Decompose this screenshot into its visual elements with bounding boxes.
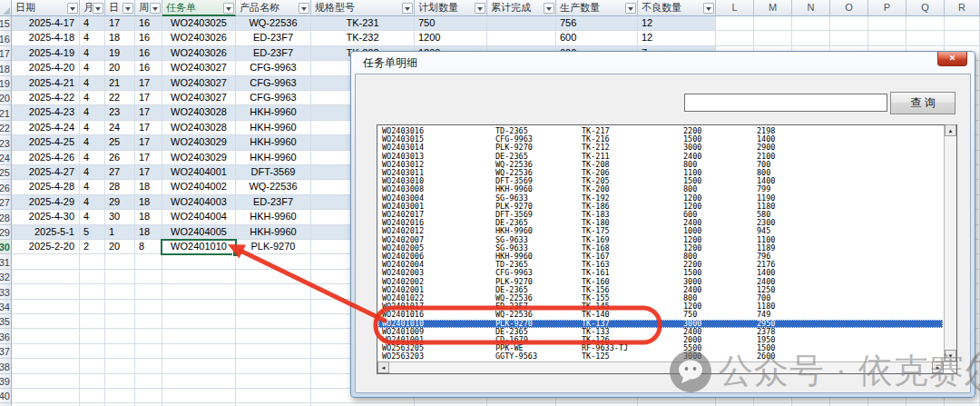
cell-empty-row36[interactable] (105, 329, 135, 343)
cell-date-row24[interactable]: 2025-4-26 (12, 151, 80, 165)
cell-day-row30[interactable]: 20 (105, 240, 135, 254)
cell-product-row28[interactable]: HKH-9960 (236, 210, 311, 224)
filter-button-date[interactable] (67, 3, 78, 14)
cell-wo-row17[interactable]: WO2403026 (162, 46, 236, 61)
cell-day-row20[interactable]: 22 (105, 91, 135, 105)
list-item[interactable]: WO2402017DFT-3569TK-183600580 (378, 211, 943, 219)
list-item[interactable]: WO2403011WQ-22536TK-2061100800 (378, 169, 943, 177)
cell-wo-row27[interactable]: WO2404003 (162, 195, 236, 210)
cell-month-row17[interactable]: 4 (80, 46, 105, 61)
row-header-18[interactable]: 18 (0, 61, 12, 75)
list-item[interactable]: WO2403013DE-2365TK-21124002100 (378, 153, 943, 161)
cell-spec-row16[interactable]: TK-232 (311, 31, 415, 45)
cell-empty-row39[interactable] (162, 374, 236, 389)
list-item[interactable]: WO2402006HKH-9960TK-167800796 (378, 253, 943, 261)
cell-empty-row36[interactable] (80, 329, 105, 343)
row-header-25[interactable]: 25 (0, 165, 12, 180)
cell-empty-row36[interactable] (162, 329, 236, 343)
cell-empty-row38[interactable] (12, 359, 80, 373)
cell-empty-row32[interactable] (135, 270, 162, 284)
column-header-spec[interactable]: 规格型号 (311, 0, 415, 16)
list-item[interactable]: WO2403001PLK-9270TK-18612001180 (378, 203, 943, 211)
cell-product-row16[interactable]: ED-23F7 (236, 31, 311, 45)
cell-product-row17[interactable]: ED-23F7 (236, 46, 311, 61)
cell-day-row23[interactable]: 25 (105, 135, 135, 150)
cell-empty-row35[interactable] (236, 314, 311, 329)
cell-wo-row21[interactable]: WO2403028 (162, 105, 236, 120)
cell-month-row22[interactable]: 4 (80, 121, 105, 135)
cell-O-row16[interactable] (830, 31, 868, 45)
cell-empty-row39[interactable] (135, 374, 162, 389)
cell-empty-row40[interactable] (12, 389, 80, 403)
cell-P-row15[interactable] (868, 16, 906, 31)
cell-date-row28[interactable]: 2025-4-30 (12, 210, 80, 224)
list-item[interactable]: WO2403016TD-2365TK-21722002198 (378, 127, 943, 135)
cell-date-row29[interactable]: 2025-5-1 (12, 225, 80, 240)
cell-empty-row39[interactable] (236, 374, 311, 389)
cell-R-row16[interactable] (945, 31, 980, 45)
filter-button-plan[interactable] (475, 3, 485, 14)
cell-empty-row38[interactable] (135, 359, 162, 373)
cell-week-row22[interactable]: 17 (135, 121, 162, 135)
cell-day-row25[interactable]: 27 (105, 165, 135, 180)
cell-prod-row16[interactable]: 600 (556, 31, 638, 45)
row-header-36[interactable]: 36 (0, 329, 12, 343)
cell-date-row18[interactable]: 2025-4-20 (12, 61, 80, 75)
cell-empty-row37[interactable] (105, 344, 135, 359)
cell-empty-row33[interactable] (12, 284, 80, 299)
scroll-up-icon[interactable]: ▲ (945, 124, 956, 136)
cell-date-row20[interactable]: 2025-4-22 (12, 91, 80, 105)
query-button[interactable]: 查 询 (890, 92, 956, 114)
filter-button-prod[interactable] (625, 3, 636, 14)
list-item[interactable]: WO2402016DE-2365TK-18024002300 (378, 219, 943, 227)
filter-button-product[interactable] (299, 3, 309, 14)
cell-day-row26[interactable]: 28 (105, 180, 135, 194)
list-item[interactable]: WO2402012HKH-9960TK-1751000945 (378, 227, 943, 235)
cell-empty-row34[interactable] (135, 300, 162, 314)
filter-button-defect[interactable] (703, 3, 714, 14)
cell-empty-row40[interactable] (80, 389, 105, 403)
cell-week-row20[interactable]: 17 (135, 91, 162, 105)
cell-month-row18[interactable]: 4 (80, 61, 105, 75)
cell-empty-row35[interactable] (12, 314, 80, 329)
cell-R-row15[interactable] (945, 16, 980, 31)
cell-empty-row37[interactable] (162, 344, 236, 359)
cell-L-row16[interactable] (716, 31, 754, 45)
cell-N-row15[interactable] (792, 16, 830, 31)
cell-empty-row31[interactable] (162, 254, 236, 269)
cell-empty-row35[interactable] (162, 314, 236, 329)
cell-empty-row34[interactable] (236, 300, 311, 314)
cell-O-row15[interactable] (830, 16, 868, 31)
scroll-left-icon[interactable]: ◄ (377, 361, 389, 373)
cell-month-row15[interactable]: 4 (80, 16, 105, 31)
cell-empty-row38[interactable] (105, 359, 135, 373)
cell-wo-row18[interactable]: WO2403027 (162, 61, 236, 75)
cell-product-row18[interactable]: CFG-9963 (236, 61, 311, 75)
cell-wo-row22[interactable]: WO2403028 (162, 121, 236, 135)
cell-empty-row31[interactable] (12, 254, 80, 269)
cell-date-row27[interactable]: 2025-4-29 (12, 195, 80, 210)
cell-empty-row37[interactable] (12, 344, 80, 359)
cell-defect-row16[interactable]: 12 (638, 31, 716, 45)
cell-date-row21[interactable]: 2025-4-23 (12, 105, 80, 120)
row-header-33[interactable]: 33 (0, 284, 12, 299)
row-header-17[interactable]: 17 (0, 46, 12, 61)
cell-week-row19[interactable]: 17 (135, 76, 162, 91)
row-header-24[interactable]: 24 (0, 151, 12, 165)
list-item[interactable]: WO2563205PPK-WERF-9633-TJ55001500 (378, 344, 943, 352)
cell-wo-row19[interactable]: WO2403027 (162, 76, 236, 91)
cell-empty-row33[interactable] (236, 284, 311, 299)
cell-date-row17[interactable]: 2025-4-19 (12, 46, 80, 61)
cell-week-row15[interactable]: 16 (135, 16, 162, 31)
cell-empty-row31[interactable] (135, 254, 162, 269)
filter-button-wo[interactable] (223, 3, 234, 14)
list-item[interactable]: WO2401001CD-1679TK-12620001950 (378, 336, 943, 344)
cell-day-row27[interactable]: 29 (105, 195, 135, 210)
cell-N-row16[interactable] (792, 31, 830, 45)
cell-week-row21[interactable]: 17 (135, 105, 162, 120)
row-header-15[interactable]: 15 (0, 16, 12, 31)
cell-empty-row38[interactable] (80, 359, 105, 373)
list-item[interactable]: WO2403004SG-9633TK-19212001190 (378, 194, 943, 203)
cell-empty-row35[interactable] (135, 314, 162, 329)
cell-day-row17[interactable]: 19 (105, 46, 135, 61)
